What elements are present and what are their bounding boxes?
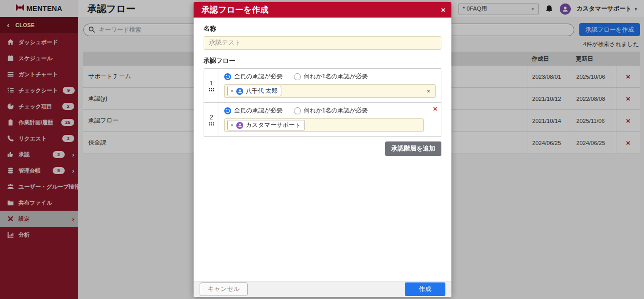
member-select-field[interactable]: × カスタマーサポート [224, 118, 424, 132]
radio-group: 全員の承認が必要 何れか1名の承認が必要 [224, 106, 436, 115]
radio-unchecked-icon[interactable] [294, 107, 301, 114]
radio-all-approval[interactable]: 全員の承認が必要 [224, 106, 283, 115]
name-label: 名称 [204, 25, 441, 33]
modal-footer: キャンセル 作成 [194, 281, 451, 297]
drag-dots-icon [209, 88, 215, 92]
modal-body: 名称 承認フロー 1 全員の承認が必要 [194, 18, 451, 281]
cancel-button[interactable]: キャンセル [200, 282, 248, 296]
member-avatar [236, 122, 243, 129]
remove-member-icon[interactable]: × [230, 122, 234, 129]
tier-content: 全員の承認が必要 何れか1名の承認が必要 × [219, 69, 441, 102]
close-icon[interactable]: × [441, 6, 445, 14]
approval-tier-2: 2 × 全員の承認が必要 何れか1名の承認が必要 [204, 102, 441, 136]
radio-checked-icon[interactable] [224, 73, 231, 80]
tier-number: 2 [210, 114, 213, 121]
radio-group: 全員の承認が必要 何れか1名の承認が必要 [224, 72, 436, 81]
member-select-field[interactable]: × 八千代 太郎 × [224, 84, 436, 98]
member-avatar [236, 88, 243, 95]
drag-handle[interactable]: 2 [204, 103, 219, 136]
create-button[interactable]: 作成 [405, 282, 445, 296]
drag-dots-icon [209, 122, 215, 126]
radio-all-approval[interactable]: 全員の承認が必要 [224, 72, 283, 81]
modal-header: 承認フローを作成 × [194, 2, 451, 18]
tier-number: 1 [210, 80, 213, 87]
member-chip: × 八千代 太郎 [227, 86, 281, 96]
member-name: 八千代 太郎 [246, 87, 277, 95]
drag-handle[interactable]: 1 [204, 69, 219, 102]
flow-label: 承認フロー [204, 57, 441, 65]
delete-tier-button[interactable]: × [433, 104, 437, 113]
create-approval-flow-modal: 承認フローを作成 × 名称 承認フロー 1 全員の承認が必要 [194, 2, 451, 297]
approval-tier-1: 1 全員の承認が必要 何れか1名の承認が必要 [204, 69, 441, 102]
radio-unchecked-icon[interactable] [294, 73, 301, 80]
member-chip: × カスタマーサポート [227, 120, 305, 130]
clear-field-icon[interactable]: × [426, 87, 430, 95]
approval-tiers: 1 全員の承認が必要 何れか1名の承認が必要 [204, 68, 441, 137]
remove-member-icon[interactable]: × [230, 88, 234, 95]
member-name: カスタマーサポート [246, 121, 301, 129]
radio-any-approval[interactable]: 何れか1名の承認が必要 [294, 72, 368, 81]
modal-title: 承認フローを作成 [202, 5, 268, 16]
tier-content: × 全員の承認が必要 何れか1名の承認が必要 × [219, 103, 441, 136]
add-tier-button[interactable]: 承認階層を追加 [385, 141, 441, 156]
radio-checked-icon[interactable] [224, 107, 231, 114]
radio-any-approval[interactable]: 何れか1名の承認が必要 [294, 106, 368, 115]
flow-name-input[interactable] [204, 36, 441, 50]
